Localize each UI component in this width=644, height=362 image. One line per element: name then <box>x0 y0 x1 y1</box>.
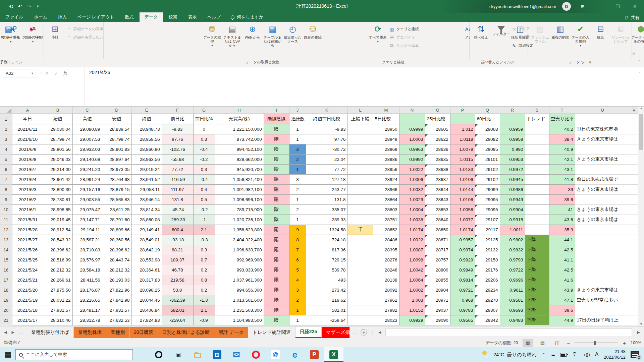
cell[interactable]: 28717 <box>425 245 450 255</box>
cell[interactable]: 992,969,900 <box>215 255 264 265</box>
cell[interactable]: 7 <box>289 245 306 255</box>
cell[interactable]: 97.76 <box>162 134 193 144</box>
row-header[interactable]: 7 <box>0 174 12 184</box>
cell[interactable] <box>630 265 638 275</box>
cell[interactable]: 2021/6/7 <box>12 164 43 174</box>
opera-icon[interactable] <box>246 347 266 362</box>
cell[interactable]: 243.77 <box>306 184 347 194</box>
cell[interactable]: -1 <box>193 215 215 225</box>
cell[interactable] <box>630 164 638 174</box>
cell[interactable]: 27,632.53 <box>102 315 131 325</box>
cell[interactable]: 下降 <box>525 255 549 265</box>
cell[interactable]: -0.4 <box>193 174 215 184</box>
cell[interactable]: 111.97 <box>162 184 193 194</box>
cell[interactable]: 1 <box>289 315 306 325</box>
cell[interactable]: 29,030.04 <box>43 124 72 134</box>
ribbon-tab-データ[interactable]: データ <box>140 12 163 22</box>
ribbon-button-sort-descending-icon[interactable]: Z↓ <box>465 34 471 41</box>
cell[interactable]: 2021/5/28 <box>12 225 43 235</box>
cell[interactable] <box>347 315 373 325</box>
minimize-button[interactable]: — <box>594 0 606 13</box>
cell[interactable]: -55.68 <box>162 154 193 164</box>
cell[interactable]: 0.9999 <box>399 124 425 134</box>
cell[interactable]: 29234 <box>475 285 500 295</box>
cell[interactable] <box>630 305 638 315</box>
ribbon-tab-ホーム[interactable]: ホーム <box>29 12 52 22</box>
cell[interactable]: 1.0118 <box>450 134 475 144</box>
cell[interactable]: 1,096,696,100 <box>215 194 264 204</box>
cell[interactable]: 28,642.19 <box>131 245 162 255</box>
ribbon-button-データ モデルの管理[interactable]: ⬢データ モデルの管理 <box>631 24 644 43</box>
cell[interactable]: 582.01 <box>306 305 347 315</box>
ribbon-button-グループ解除[interactable]: ⇤グループ解除▼ <box>22 24 44 43</box>
cell[interactable]: 993,833,900 <box>215 265 264 275</box>
cell[interactable]: 下降 <box>525 235 549 245</box>
row-header[interactable]: 12 <box>0 225 12 235</box>
row-header[interactable]: 10 <box>0 204 12 215</box>
cell[interactable]: 0.9849 <box>450 265 475 275</box>
insert-function-icon[interactable]: fx <box>63 71 67 76</box>
column-header-H[interactable]: H <box>215 107 264 114</box>
cell[interactable]: 29095 <box>475 204 500 215</box>
cell[interactable] <box>630 225 638 235</box>
microsoft-store-icon[interactable]: ⊞ <box>207 347 227 362</box>
ribbon-tab-ページ レイアウト[interactable]: ページ レイアウト <box>72 12 119 22</box>
column-header-T[interactable]: T <box>549 107 575 114</box>
action-center-icon[interactable]: 2 <box>631 351 639 358</box>
cell[interactable]: 1.0038 <box>399 215 425 225</box>
wifi-icon[interactable] <box>572 352 578 357</box>
cell[interactable]: 44.9 <box>549 315 575 325</box>
cell[interactable]: きょうの東京市場は <box>575 134 630 144</box>
cell[interactable]: 28,764.68 <box>102 174 131 184</box>
row-header[interactable]: 14 <box>0 245 12 255</box>
column-header-V[interactable]: V <box>630 107 638 114</box>
cell[interactable]: 千 <box>347 225 373 235</box>
column-header-F[interactable]: F <box>162 107 193 114</box>
cell[interactable] <box>575 144 630 154</box>
cell[interactable]: 28653 <box>425 204 450 215</box>
cell[interactable] <box>347 265 373 275</box>
cell[interactable]: 1.0011 <box>500 225 525 235</box>
cell[interactable]: 28800 <box>425 265 450 275</box>
page-layout-view-icon[interactable]: ▤ <box>537 339 547 347</box>
vertical-scrollbar-thumb[interactable] <box>639 114 643 150</box>
row-header[interactable]: 4 <box>0 144 12 154</box>
cell[interactable]: 29,147.71 <box>72 215 102 225</box>
cell[interactable]: 39.6 <box>549 305 575 315</box>
formula-input[interactable]: 2021/4/26 <box>89 70 110 75</box>
cell[interactable]: 29132 <box>475 245 500 255</box>
cell[interactable]: 28,516.99 <box>43 255 72 265</box>
cell[interactable]: きょうの東京市場は <box>575 215 630 225</box>
header-cell[interactable] <box>575 114 630 124</box>
cell[interactable]: 46.78 <box>162 265 193 275</box>
cell[interactable] <box>525 194 549 204</box>
cell[interactable]: 0.9986 <box>500 184 525 194</box>
cell[interactable]: 0.9783 <box>450 305 475 315</box>
name-box[interactable]: A32 ▼ <box>3 69 36 77</box>
cell[interactable]: 28,587.21 <box>72 235 102 245</box>
cell[interactable]: 2021/6/2 <box>12 194 43 204</box>
cell[interactable]: 0.3 <box>193 245 215 255</box>
cell[interactable]: 44.1 <box>549 235 575 245</box>
sheet-overflow-right[interactable]: … <box>353 330 357 335</box>
cell[interactable]: 28,481.17 <box>72 305 102 315</box>
cell[interactable]: 28,098.25 <box>131 285 162 295</box>
cell[interactable]: 27,821.96 <box>102 285 131 295</box>
cell[interactable]: 28622 <box>425 134 450 144</box>
ribbon-button-重複の削除[interactable]: ▥重複の削除 <box>551 24 570 39</box>
cell[interactable]: 29,019.45 <box>43 215 72 225</box>
cell[interactable]: 0.9929 <box>450 255 475 265</box>
tell-me-search[interactable]: 何をしますか <box>226 12 268 22</box>
cell[interactable]: 41.6 <box>549 275 575 285</box>
cell[interactable] <box>347 154 373 164</box>
cell[interactable] <box>630 315 638 325</box>
cell[interactable]: 28,411.56 <box>72 275 102 285</box>
cell[interactable]: 43.6 <box>549 215 575 225</box>
cell[interactable]: 陽 <box>264 235 289 245</box>
cell[interactable]: 28,799.74 <box>102 134 131 144</box>
vertical-scrollbar[interactable]: ▲ ▼ <box>638 107 644 326</box>
cell[interactable]: 28904 <box>425 285 450 295</box>
cell[interactable]: 陽 <box>264 275 289 285</box>
cell[interactable]: 0.9958 <box>500 134 525 144</box>
cell[interactable]: 29068 <box>475 124 500 134</box>
